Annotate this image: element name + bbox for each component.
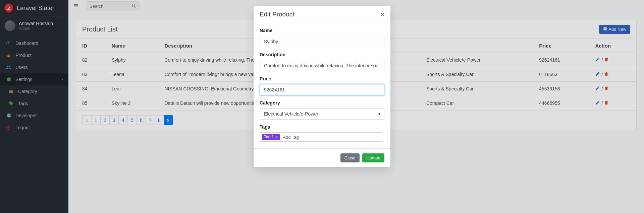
modal-title: Edit Product (260, 11, 294, 18)
edit-product-modal: Edit Product × Name Description Price Ca… (254, 6, 390, 167)
category-select[interactable]: Electrical Vehicle/e-Power (260, 108, 384, 120)
tag-chip: Tag 1 ✕ (262, 134, 280, 140)
tags-input[interactable]: Tag 1 ✕ (260, 132, 383, 142)
tag-add-field[interactable] (283, 135, 381, 140)
tag-remove-icon[interactable]: ✕ (275, 135, 278, 139)
label-cat: Category (260, 100, 384, 105)
description-field[interactable] (260, 60, 384, 71)
tag-chip-label: Tag 1 (264, 135, 274, 139)
close-icon[interactable]: × (380, 11, 384, 18)
close-button[interactable]: Close (340, 153, 360, 162)
label-name: Name (260, 28, 384, 33)
label-tags: Tags (260, 124, 384, 130)
label-desc: Description (260, 52, 384, 57)
name-field[interactable] (260, 36, 384, 47)
update-button[interactable]: Update (362, 153, 384, 162)
label-price: Price (260, 76, 384, 81)
price-field[interactable] (260, 84, 384, 95)
